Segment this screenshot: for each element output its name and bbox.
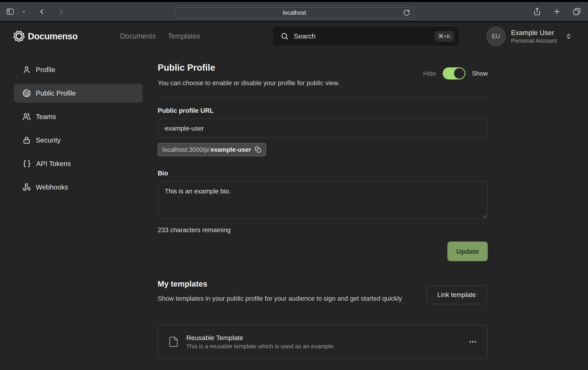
browser-chrome: localhost: [0, 0, 588, 22]
brand-name: Documenso: [28, 31, 78, 41]
address-bar[interactable]: localhost: [175, 7, 414, 18]
tab-group-chevron-icon[interactable]: [21, 9, 27, 14]
settings-sidebar: Profile Public Profile Teams: [14, 60, 143, 196]
nav-documents[interactable]: Documents: [120, 32, 156, 41]
toggle-hide-label: Hide: [423, 70, 436, 77]
link-template-button[interactable]: Link template: [427, 285, 486, 304]
documenso-app: Documenso Documents Templates Search ⌘+K…: [0, 22, 588, 370]
user-icon: [22, 66, 31, 74]
sidebar-item-label: API Tokens: [36, 160, 71, 168]
avatar-initials: EU: [492, 33, 500, 40]
user-account-type: Personal Account: [511, 37, 557, 44]
tabs-overview-icon[interactable]: [572, 7, 581, 16]
template-card[interactable]: Reusable Template This is a reusable tem…: [158, 325, 488, 359]
my-templates-title: My templates: [158, 279, 207, 288]
toolbar-divider: [18, 7, 18, 16]
sidebar-toggle-icon[interactable]: [6, 7, 14, 16]
browser-toolbar: localhost: [0, 2, 588, 21]
toggle-show-label: Show: [472, 70, 488, 77]
copy-icon[interactable]: [254, 146, 262, 153]
toggle-knob: [454, 68, 465, 79]
bio-textarea[interactable]: This is an example bio.: [158, 181, 488, 219]
my-templates-description: Show templates in your public profile fo…: [158, 294, 416, 303]
forward-icon[interactable]: [57, 7, 65, 16]
globe-icon: [22, 89, 31, 97]
sidebar-item-label: Webhooks: [36, 183, 68, 191]
chevrons-up-down-icon: [565, 33, 572, 40]
sidebar-item-api-tokens[interactable]: API Tokens: [14, 154, 143, 173]
user-name: Example User: [511, 28, 557, 37]
documenso-logo-icon: [13, 30, 25, 42]
sidebar-item-label: Profile: [36, 66, 55, 74]
template-actions-menu-icon[interactable]: [469, 338, 477, 346]
bio-field-label: Bio: [158, 170, 168, 177]
public-profile-url-input[interactable]: [158, 119, 488, 138]
user-menu[interactable]: EU Example User Personal Account: [486, 27, 572, 46]
update-button[interactable]: Update: [447, 242, 488, 261]
profile-url-prefix: localhost:3000/p/: [162, 146, 210, 153]
sidebar-item-webhooks[interactable]: Webhooks: [14, 178, 143, 196]
section-divider: [158, 96, 488, 96]
sidebar-item-label: Security: [36, 136, 61, 144]
webhook-icon: [22, 183, 31, 191]
template-description: This is a reusable template which is use…: [186, 342, 469, 350]
users-icon: [22, 113, 31, 121]
page-title: Public Profile: [158, 62, 215, 73]
sidebar-item-teams[interactable]: Teams: [14, 107, 143, 126]
new-tab-icon[interactable]: [553, 7, 561, 16]
url-field-label: Public profile URL: [158, 107, 214, 114]
visibility-toggle-row: Hide Show: [423, 67, 488, 80]
characters-remaining: 233 characters remaining: [158, 226, 231, 234]
page-subtitle: You can choose to enable or disable your…: [158, 79, 340, 87]
file-icon: [168, 336, 179, 348]
template-title: Reusable Template: [186, 333, 469, 342]
sidebar-item-profile[interactable]: Profile: [14, 60, 143, 79]
avatar: EU: [486, 27, 505, 46]
back-icon[interactable]: [38, 7, 46, 16]
share-icon[interactable]: [533, 7, 541, 16]
profile-url-slug: example-user: [210, 146, 251, 153]
sidebar-item-security[interactable]: Security: [14, 131, 143, 150]
sidebar-item-label: Public Profile: [36, 89, 76, 97]
reload-icon[interactable]: [403, 9, 410, 16]
public-profile-settings: Public Profile Hide Show You can choose …: [158, 22, 488, 370]
sidebar-item-public-profile[interactable]: Public Profile: [14, 84, 143, 103]
profile-visibility-toggle[interactable]: [443, 67, 465, 80]
lock-icon: [22, 136, 31, 144]
profile-url-copy-chip[interactable]: localhost:3000/p/ example-user: [158, 143, 266, 156]
address-bar-url: localhost: [283, 10, 306, 16]
brand[interactable]: Documenso: [13, 30, 78, 42]
sidebar-item-label: Teams: [36, 113, 56, 121]
braces-icon: [23, 160, 31, 168]
